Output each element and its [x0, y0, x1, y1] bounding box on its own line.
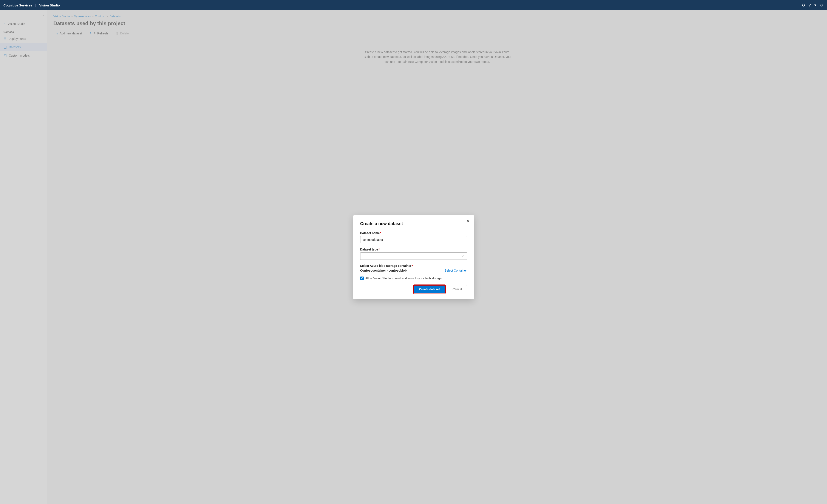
create-dataset-modal: Create a new dataset ✕ Dataset name* Dat…: [353, 215, 474, 299]
modal-close-button[interactable]: ✕: [466, 219, 470, 223]
account-dropdown-icon[interactable]: ▾: [814, 3, 816, 7]
cancel-button[interactable]: Cancel: [448, 285, 467, 293]
allow-access-row: Allow Vision Studio to read and write to…: [360, 276, 467, 280]
dataset-name-label: Dataset name*: [360, 231, 467, 235]
storage-container-group: Select Azure blob storage container* Con…: [360, 264, 467, 272]
storage-container-name: Contosocontainer - contosoblob: [360, 269, 407, 272]
nav-separator: |: [35, 3, 36, 7]
settings-icon[interactable]: ⚙: [802, 3, 805, 7]
allow-access-checkbox[interactable]: [360, 276, 364, 280]
help-icon[interactable]: ?: [809, 3, 811, 7]
storage-row: Contosocontainer - contosoblob Select Co…: [360, 269, 467, 272]
dataset-name-group: Dataset name*: [360, 231, 467, 243]
app-name-label: Vision Studio: [39, 3, 60, 7]
dataset-type-select[interactable]: [360, 252, 467, 260]
user-avatar-icon[interactable]: ☺: [820, 3, 824, 7]
modal-title: Create a new dataset: [360, 221, 467, 226]
storage-label: Select Azure blob storage container*: [360, 264, 467, 267]
allow-access-label: Allow Vision Studio to read and write to…: [366, 276, 442, 280]
dataset-type-group: Dataset type*: [360, 248, 467, 260]
create-dataset-button[interactable]: Create dataset: [414, 285, 445, 293]
brand-label: Cognitive Services: [3, 3, 32, 7]
dataset-type-label: Dataset type*: [360, 248, 467, 251]
dataset-name-input[interactable]: [360, 236, 467, 243]
select-container-link[interactable]: Select Container: [445, 269, 467, 272]
modal-footer: Create dataset Cancel: [360, 285, 467, 293]
modal-overlay: Create a new dataset ✕ Dataset name* Dat…: [0, 10, 827, 504]
top-navigation: Cognitive Services | Vision Studio ⚙ ? ▾…: [0, 0, 827, 10]
